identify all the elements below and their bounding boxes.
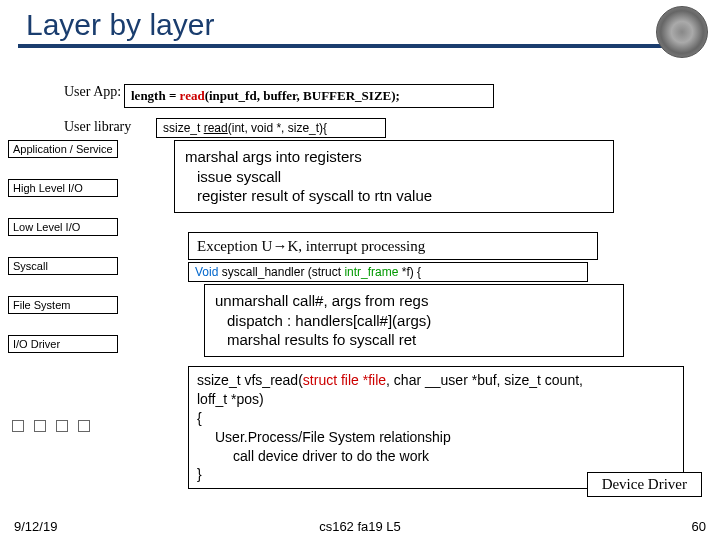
stack-app: Application / Service (8, 140, 118, 158)
stack-iodrv: I/O Driver (8, 335, 118, 353)
sq-icon (12, 420, 24, 432)
code-userlib: ssize_t read(int, void *, size_t){ (156, 118, 386, 138)
sq-icon (56, 420, 68, 432)
stack-fs: File System (8, 296, 118, 314)
sq-icon (34, 420, 46, 432)
box-exception: Exception U→K, interrupt processing (188, 232, 598, 260)
device-driver-tag: Device Driver (587, 472, 702, 497)
layer-stack: Application / Service High Level I/O Low… (8, 140, 118, 356)
code-userapp: length = read(input_fd, buffer, BUFFER_S… (124, 84, 494, 108)
divider (18, 44, 702, 48)
userlib-label: User library (64, 119, 131, 135)
box-vfs: ssize_t vfs_read(struct file *file, char… (188, 366, 684, 489)
slide-title: Layer by layer (0, 0, 720, 44)
seal-icon (656, 6, 708, 58)
box-marshal: marshal args into registers issue syscal… (174, 140, 614, 213)
userapp-label: User App: (64, 84, 121, 100)
footer-course: cs162 fa19 L5 (0, 519, 720, 534)
stack-syscall: Syscall (8, 257, 118, 275)
code-syscall: Void syscall_handler (struct intr_frame … (188, 262, 588, 282)
sq-icon (78, 420, 90, 432)
footer-page: 60 (692, 519, 706, 534)
stack-llio: Low Level I/O (8, 218, 118, 236)
stack-hlio: High Level I/O (8, 179, 118, 197)
box-dispatch: unmarshall call#, args from regs dispatc… (204, 284, 624, 357)
